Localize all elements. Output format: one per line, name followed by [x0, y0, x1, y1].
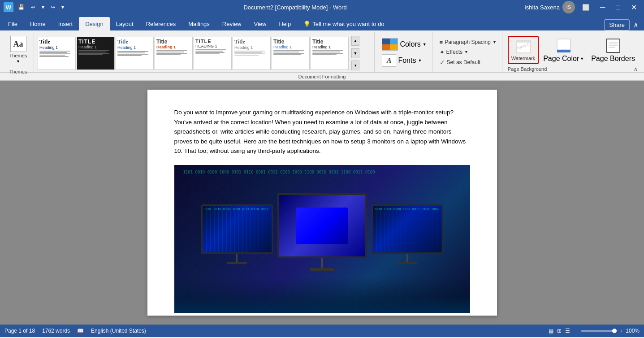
line [195, 51, 223, 52]
language: English (United States) [91, 328, 146, 334]
tab-mailings[interactable]: Mailings [182, 17, 216, 30]
more-styles-btn[interactable]: ▾ [351, 61, 359, 70]
line [195, 49, 226, 50]
save-qat-btn[interactable]: 💾 [16, 3, 26, 11]
tab-tell-me[interactable]: 💡 Tell me what you want to do [297, 17, 390, 30]
watermark-label: Watermark [511, 56, 535, 61]
doc-formatting-bar: Document Formatting [0, 73, 644, 81]
tab-help[interactable]: Help [272, 17, 297, 30]
right-stand [406, 254, 408, 262]
monitor-scene: 1101 0010 0100 1000 0101 0110 0001 [201, 193, 443, 284]
style-thumb-5[interactable]: TITLE HEADING 1 [194, 37, 232, 70]
page-background-group: DRAFT Watermark Page Color [504, 32, 641, 72]
watermark-btn-wrapper: DRAFT Watermark [508, 36, 539, 64]
line [117, 51, 148, 52]
scroll-up-btn[interactable]: ▲ [351, 36, 359, 46]
page-borders-label: Page Borders [591, 55, 635, 63]
paragraph-spacing-label: Paragraph Spacing [445, 39, 491, 45]
zoom-in-btn[interactable]: ＋ [618, 327, 624, 335]
st8-title: Title [312, 39, 347, 45]
line [273, 54, 301, 55]
view-web-icon[interactable]: ⊞ [557, 328, 562, 334]
binary-text-r: 0110 1001 0100 1100 0011 0100 1000 [375, 208, 439, 211]
style-thumb-6[interactable]: Title Heading 1 [233, 37, 271, 70]
style-thumb-2[interactable]: TITLE Heading 1 [77, 37, 115, 70]
data-particles: 1101 0010 0100 1000 0101 0110 0001 0011 … [174, 169, 470, 175]
ribbon-collapse-chevron[interactable]: ∧ [634, 66, 638, 72]
svg-rect-3 [557, 39, 571, 50]
maximize-btn[interactable]: □ [612, 2, 624, 12]
effects-chevron: ▼ [464, 50, 468, 54]
line [156, 52, 184, 52]
paragraph-spacing-icon: ≡ [440, 39, 443, 46]
redo-qat-btn[interactable]: ↪ [49, 3, 57, 11]
line [78, 50, 109, 51]
qat-more-btn[interactable]: ▾ [60, 3, 66, 11]
page-background-content: DRAFT Watermark Page Color [508, 34, 638, 66]
undo-dropdown-btn[interactable]: ▾ [40, 3, 46, 11]
st4-title: Title [156, 39, 191, 45]
minimize-btn[interactable]: ─ [596, 2, 609, 12]
watermark-btn[interactable]: DRAFT Watermark [509, 37, 538, 63]
colors-btn[interactable]: Colors ▼ [380, 37, 428, 52]
user-area: Ishita Saxena IS [524, 1, 575, 13]
undo-qat-btn[interactable]: ↩ [29, 3, 37, 11]
style-thumb-8[interactable]: Title Heading 1 [311, 37, 349, 70]
line [273, 53, 304, 54]
lightbulb-icon: 💡 [303, 21, 311, 27]
page-color-icon [556, 38, 572, 54]
share-btn[interactable]: Share [604, 19, 630, 30]
page-color-btn[interactable]: Page Color ▼ [540, 36, 587, 65]
themes-button[interactable]: Aa Themes ▼ [7, 34, 30, 65]
scroll-down-btn[interactable]: ▼ [351, 48, 359, 58]
colors-swatch [382, 38, 398, 51]
tab-view[interactable]: View [247, 17, 272, 30]
page-color-chevron: ▼ [580, 56, 584, 61]
zoom-slider[interactable] [581, 330, 617, 332]
ribbon-group-themes: Aa Themes ▼ Themes [3, 32, 34, 72]
restore-window-btn[interactable]: ⬜ [579, 3, 593, 12]
styles-container: Title Heading 1 TITLE Heading 1 [36, 32, 375, 72]
left-monitor: 1101 0010 0100 1000 0101 0110 0001 [201, 204, 273, 264]
swatch-cell-1 [382, 39, 390, 44]
style-thumb-1[interactable]: Title Heading 1 [38, 37, 76, 70]
line [156, 50, 187, 51]
watermark-icon: DRAFT [515, 39, 532, 55]
check-icon: ✓ [440, 59, 445, 66]
tab-insert[interactable]: Insert [52, 17, 79, 30]
tell-me-label: Tell me what you want to do [312, 21, 384, 27]
line [312, 52, 340, 52]
st2-title: TITLE [78, 39, 113, 45]
line [39, 55, 65, 56]
tab-references[interactable]: References [140, 17, 182, 30]
effects-btn[interactable]: ✦ Effects ▼ [438, 48, 498, 56]
ribbon-collapse-btn[interactable]: ∧ [633, 21, 639, 29]
fonts-btn[interactable]: A Fonts ▼ [380, 53, 428, 68]
tab-layout[interactable]: Layout [110, 17, 140, 30]
binary-text: 1101 0010 0100 1000 0101 0110 0001 [204, 208, 268, 211]
zoom-out-btn[interactable]: － [574, 327, 579, 335]
page-borders-btn[interactable]: Page Borders [588, 36, 638, 65]
paragraph-spacing-btn[interactable]: ≡ Paragraph Spacing ▼ [438, 38, 498, 47]
set-as-default-btn[interactable]: ✓ Set as Default [438, 58, 498, 67]
status-right: ▤ ⊞ ☰ － ＋ 100% [549, 327, 640, 335]
tab-file[interactable]: File [2, 17, 24, 30]
app-icon: W [4, 2, 13, 12]
line [156, 53, 187, 54]
colors-chevron: ▼ [423, 42, 427, 47]
style-thumb-3[interactable]: Title Heading 1 [116, 37, 154, 70]
center-base [310, 268, 334, 271]
view-normal-icon[interactable]: ▤ [549, 328, 553, 334]
style-thumb-4[interactable]: Title Heading 1 [155, 37, 193, 70]
line [39, 53, 70, 54]
page-bg-group-footer: Page Background ∧ [508, 66, 638, 72]
view-outline-icon[interactable]: ☰ [565, 328, 570, 334]
style-thumb-7[interactable]: Title Heading 1 [272, 37, 310, 70]
tab-review[interactable]: Review [216, 17, 248, 30]
tab-home[interactable]: Home [24, 17, 52, 30]
tab-design[interactable]: Design [79, 17, 109, 30]
swatch-cell-4 [390, 44, 398, 50]
set-as-default-label: Set as Default [447, 59, 480, 65]
close-btn[interactable]: ✕ [627, 2, 640, 13]
themes-group-label: Themes [9, 67, 27, 75]
